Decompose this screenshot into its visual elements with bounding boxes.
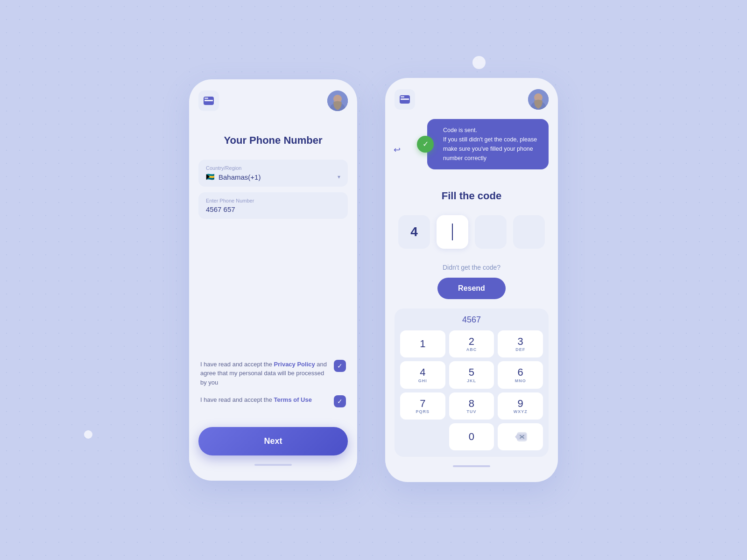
country-label: Country/Region <box>206 165 340 171</box>
agreements-section: I have read and accept the Privacy Polic… <box>198 360 348 416</box>
agreement-2-row: I have read and accept the Terms of Use … <box>200 395 346 407</box>
keyboard-area: 4567 1 2 ABC 3 DEF 4 GHI 5 JKL 6 <box>395 308 549 457</box>
agreement-2-checkbox[interactable]: ✓ <box>334 395 346 407</box>
agreement-1-row: I have read and accept the Privacy Polic… <box>200 360 346 387</box>
didnt-get-text: Didn't get the code? <box>395 264 549 271</box>
key-zero-row: 0 <box>400 423 543 450</box>
delete-button[interactable] <box>498 423 543 450</box>
phone-label: Enter Phone Number <box>206 198 340 203</box>
left-topbar <box>198 91 348 111</box>
key-8[interactable]: 8 TUV <box>449 392 494 420</box>
code-box-2[interactable] <box>437 215 468 249</box>
svg-rect-8 <box>401 98 409 100</box>
fill-code-title: Fill the code <box>395 190 549 202</box>
code-digit-1: 4 <box>410 224 418 239</box>
notification-bubble: ✓ Code is sent. If you still didn't get … <box>427 119 549 169</box>
country-field[interactable]: Country/Region 🇧🇸 Bahamas(+1) ▾ <box>198 160 348 187</box>
left-phone: Your Phone Number Country/Region 🇧🇸 Baha… <box>189 79 357 481</box>
code-inputs: 4 <box>395 215 549 249</box>
phone-display: 4567 <box>400 315 543 325</box>
agreement-1-text: I have read and accept the Privacy Polic… <box>200 360 328 387</box>
svg-rect-1 <box>204 100 213 101</box>
terms-of-use-link[interactable]: Terms of Use <box>274 396 312 403</box>
key-7[interactable]: 7 PQRS <box>400 392 445 420</box>
code-box-3[interactable] <box>475 215 507 249</box>
key-empty <box>400 423 445 450</box>
right-phone: ↩ ✓ Code is sent. If you still didn't ge… <box>385 78 558 482</box>
right-app-icon <box>395 89 415 110</box>
notification-text: Code is sent. If you still didn't get th… <box>435 126 541 163</box>
agreement-1-checkbox[interactable]: ✓ <box>334 360 346 372</box>
back-arrow-icon[interactable]: ↩ <box>394 145 401 155</box>
chevron-down-icon: ▾ <box>338 174 340 180</box>
deco-circle-2 <box>84 430 92 439</box>
bahamas-flag: 🇧🇸 <box>206 173 215 181</box>
notification-area: ↩ ✓ Code is sent. If you still didn't ge… <box>395 119 549 181</box>
key-2[interactable]: 2 ABC <box>449 330 494 357</box>
agreement-2-text: I have read and accept the Terms of Use <box>200 395 328 405</box>
svg-rect-9 <box>401 96 404 98</box>
key-6[interactable]: 6 MNO <box>498 361 543 388</box>
key-0[interactable]: 0 <box>449 423 494 450</box>
cursor-blink <box>452 224 453 240</box>
key-4[interactable]: 4 GHI <box>400 361 445 388</box>
key-1[interactable]: 1 <box>400 330 445 357</box>
code-box-4[interactable] <box>513 215 545 249</box>
check-badge: ✓ <box>417 136 434 153</box>
next-button[interactable]: Next <box>198 427 348 455</box>
left-avatar <box>327 91 348 111</box>
key-9[interactable]: 9 WXYZ <box>498 392 543 420</box>
left-app-icon <box>198 91 219 111</box>
phone-number-value: 4567 657 <box>206 205 340 213</box>
right-avatar <box>528 89 549 110</box>
svg-rect-2 <box>204 98 208 99</box>
code-box-1[interactable]: 4 <box>398 215 430 249</box>
phone-number-field[interactable]: Enter Phone Number 4567 657 <box>198 192 348 219</box>
key-3[interactable]: 3 DEF <box>498 330 543 357</box>
page-title: Your Phone Number <box>198 134 348 147</box>
resend-button[interactable]: Resend <box>437 278 506 299</box>
privacy-policy-link[interactable]: Privacy Policy <box>274 361 315 368</box>
right-topbar <box>395 89 549 110</box>
key-grid: 1 2 ABC 3 DEF 4 GHI 5 JKL 6 MNO <box>400 330 543 420</box>
bottom-indicator-left <box>254 464 292 466</box>
deco-circle-1 <box>472 56 486 69</box>
bottom-indicator-right <box>453 465 490 467</box>
country-value: 🇧🇸 Bahamas(+1) <box>206 173 261 181</box>
key-5[interactable]: 5 JKL <box>449 361 494 388</box>
